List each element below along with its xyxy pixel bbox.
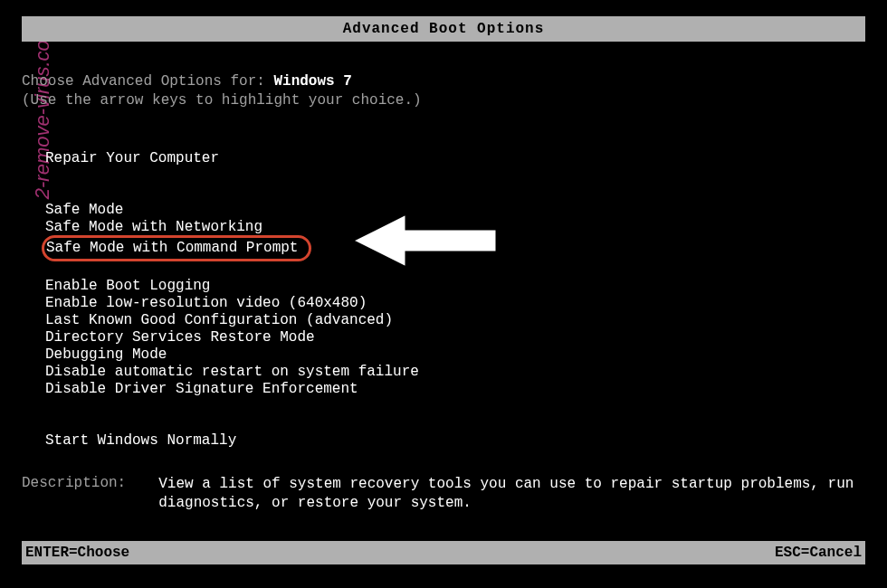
menu-group-1: Repair Your Computer Safe Mode Safe Mode… <box>22 150 865 450</box>
footer-esc: ESC=Cancel <box>775 545 862 561</box>
intro-os: Windows 7 <box>273 73 351 90</box>
title-bar: Advanced Boot Options <box>22 16 865 42</box>
footer-bar: ENTER=Choose ESC=Cancel <box>22 541 865 564</box>
menu-start-normally[interactable]: Start Windows Normally <box>45 432 865 450</box>
intro-line: Choose Advanced Options for: Windows 7 <box>22 72 865 91</box>
menu-boot-logging[interactable]: Enable Boot Logging <box>45 278 865 295</box>
intro-prefix: Choose Advanced Options for: <box>22 73 273 90</box>
description-area: Description: View a list of system recov… <box>22 475 865 513</box>
description-label: Description: <box>22 475 126 513</box>
menu-ds-restore[interactable]: Directory Services Restore Mode <box>45 329 865 346</box>
footer-enter: ENTER=Choose <box>25 545 129 561</box>
menu-disable-driver-sig[interactable]: Disable Driver Signature Enforcement <box>45 381 865 398</box>
menu-debugging[interactable]: Debugging Mode <box>45 346 865 364</box>
pointer-arrow-icon <box>343 209 506 272</box>
title-text: Advanced Boot Options <box>343 21 545 37</box>
menu-low-res-video[interactable]: Enable low-resolution video (640x480) <box>45 295 865 312</box>
menu-repair-computer[interactable]: Repair Your Computer <box>45 150 865 167</box>
menu-last-known-good[interactable]: Last Known Good Configuration (advanced) <box>45 312 865 329</box>
description-text: View a list of system recovery tools you… <box>158 475 865 513</box>
intro-hint: (Use the arrow keys to highlight your ch… <box>22 91 865 110</box>
menu-safe-mode-cmd-highlighted[interactable]: Safe Mode with Command Prompt <box>42 235 311 261</box>
menu-disable-auto-restart[interactable]: Disable automatic restart on system fail… <box>45 364 865 381</box>
menu-safe-mode-cmd-label: Safe Mode with Command Prompt <box>46 240 298 257</box>
content-area: Choose Advanced Options for: Windows 7 (… <box>22 72 865 450</box>
